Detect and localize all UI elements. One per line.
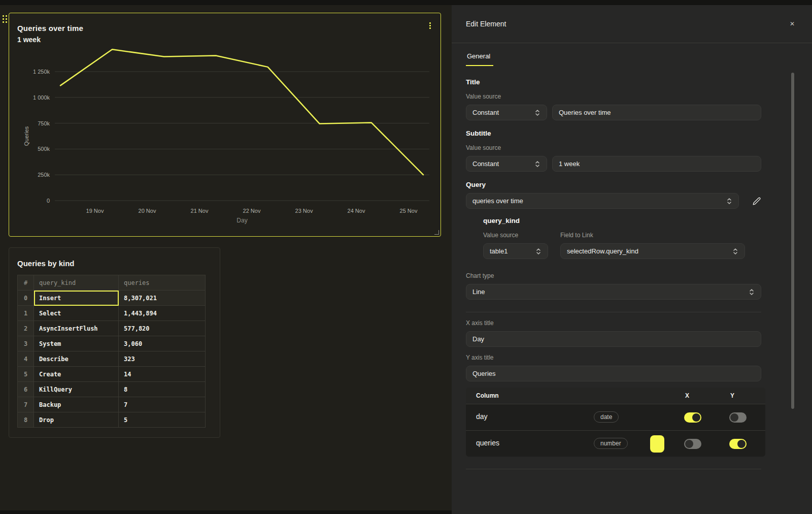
col-header-index: # (18, 275, 34, 291)
table-element[interactable]: Queries by kind # query_kind queries 0In… (9, 247, 220, 438)
svg-text:24 Nov: 24 Nov (348, 208, 365, 214)
queries-value-cell[interactable]: 8 (119, 382, 206, 397)
queries-value-cell[interactable]: 3,060 (119, 336, 206, 351)
table-header-row: # query_kind queries (18, 275, 206, 291)
svg-text:21 Nov: 21 Nov (191, 208, 209, 214)
field-to-link-select[interactable]: selectedRow.query_kind (560, 243, 745, 259)
svg-text:22 Nov: 22 Nov (243, 208, 261, 214)
chart-title: Queries over time (17, 24, 83, 33)
drag-handle-icon[interactable] (3, 15, 7, 23)
svg-text:23 Nov: 23 Nov (295, 208, 313, 214)
y-axis-title-input[interactable]: Queries (466, 366, 761, 381)
chevron-up-down-icon (732, 247, 738, 255)
series-color-swatch[interactable] (650, 435, 664, 453)
chevron-up-down-icon (534, 109, 540, 117)
dashboard-editor: Queries over time 1 week 1 250k1 000k750… (0, 0, 812, 514)
svg-text:Queries: Queries (23, 126, 29, 146)
svg-text:Day: Day (236, 217, 247, 224)
kebab-menu-icon[interactable] (426, 20, 433, 31)
subtitle-source-select[interactable]: Constant (466, 156, 547, 172)
edit-element-panel: Edit Element ✕ General Title Value sourc… (452, 5, 812, 514)
query-kind-cell[interactable]: Create (34, 367, 119, 382)
queries-value-cell[interactable]: 577,820 (119, 321, 206, 336)
row-index-cell: 3 (18, 336, 34, 351)
edit-query-pencil-icon[interactable] (752, 197, 761, 206)
toggle-knob (737, 440, 746, 448)
subtitle-value-input[interactable]: 1 week (552, 156, 761, 172)
chart-type-select[interactable]: Line (466, 284, 761, 300)
query-kind-subsection: query_kind Value source Field to Link ta… (483, 217, 761, 259)
chevron-up-down-icon (534, 160, 540, 168)
chart-subtitle: 1 week (17, 36, 41, 44)
query-kind-cell-selected[interactable]: Insert (34, 291, 119, 306)
query-kind-source-select[interactable]: table1 (483, 243, 548, 259)
column-header-label: Column (476, 392, 499, 399)
query-select[interactable]: queries over time (466, 193, 739, 209)
queries-value-cell[interactable]: 7 (119, 397, 206, 412)
resize-handle-icon[interactable] (434, 230, 439, 235)
column-name: day (476, 412, 488, 421)
column-config-row: queriesnumber (466, 430, 765, 457)
subtitle-section-heading: Subtitle (466, 130, 761, 137)
svg-text:500k: 500k (38, 146, 50, 152)
svg-text:750k: 750k (38, 120, 50, 126)
y-axis-toggle-off[interactable] (729, 412, 747, 423)
svg-text:25 Nov: 25 Nov (400, 208, 418, 214)
query-kind-cell[interactable]: Drop (34, 412, 119, 428)
chart-element-selected[interactable]: Queries over time 1 week 1 250k1 000k750… (9, 13, 441, 237)
svg-text:0: 0 (47, 198, 50, 204)
chevron-up-down-icon (726, 197, 732, 205)
col-header-queries: queries (119, 275, 206, 291)
toggle-knob (730, 413, 738, 422)
row-index-cell: 0 (18, 291, 34, 306)
svg-text:250k: 250k (38, 172, 50, 178)
y-axis-toggle-on[interactable] (729, 439, 747, 449)
x-axis-toggle-on[interactable] (684, 412, 701, 423)
svg-text:1 250k: 1 250k (33, 69, 50, 75)
queries-value-cell[interactable]: 14 (119, 367, 206, 382)
toggle-knob (692, 413, 700, 422)
window-top-strip (0, 0, 812, 5)
query-kind-cell[interactable]: Describe (34, 351, 119, 367)
title-source-select[interactable]: Constant (466, 105, 547, 120)
row-index-cell: 2 (18, 321, 34, 336)
column-name: queries (476, 439, 499, 447)
x-header-label: X (685, 392, 689, 399)
window-bottom-strip (0, 510, 452, 514)
query-kind-cell[interactable]: AsyncInsertFlush (34, 321, 119, 336)
query-kind-cell[interactable]: System (34, 336, 119, 351)
y-axis-title-label: Y axis title (466, 354, 761, 361)
table-row: 8Drop5 (18, 412, 206, 428)
query-kind-value-source-label: Value source (483, 232, 548, 239)
scrollbar[interactable] (791, 73, 794, 409)
row-index-cell: 5 (18, 367, 34, 382)
queries-value-cell[interactable]: 1,443,894 (119, 306, 206, 321)
tab-bar: General (452, 43, 812, 66)
query-kind-cell[interactable]: Backup (34, 397, 119, 412)
queries-value-cell[interactable]: 8,307,021 (119, 291, 206, 306)
edit-panel-header: Edit Element ✕ (452, 5, 812, 43)
row-index-cell: 6 (18, 382, 34, 397)
table-row: 1Select1,443,894 (18, 306, 206, 321)
query-kind-cell[interactable]: KillQuery (34, 382, 119, 397)
table-title: Queries by kind (17, 259, 75, 268)
tab-general[interactable]: General (466, 49, 493, 66)
queries-value-cell[interactable]: 5 (119, 412, 206, 428)
svg-text:20 Nov: 20 Nov (139, 208, 156, 214)
column-config-row: daydate (466, 404, 765, 430)
title-value-input[interactable]: Queries over time (552, 105, 761, 120)
chevron-up-down-icon (749, 288, 755, 296)
query-kind-cell[interactable]: Select (34, 306, 119, 321)
line-chart: 1 250k1 000k750k500k250k019 Nov20 Nov21 … (9, 46, 442, 235)
x-axis-title-input[interactable]: Day (466, 331, 761, 347)
queries-value-cell[interactable]: 323 (119, 351, 206, 367)
close-icon[interactable]: ✕ (788, 19, 797, 29)
x-axis-toggle-off[interactable] (684, 439, 701, 449)
row-index-cell: 4 (18, 351, 34, 367)
columns-config-table: Column X Y daydatequeriesnumber (466, 388, 765, 457)
subtitle-value-source-label: Value source (466, 144, 761, 151)
query-section-heading: Query (466, 181, 761, 188)
table-row: 7Backup7 (18, 397, 206, 412)
title-value-source-label: Value source (466, 93, 761, 100)
row-index-cell: 7 (18, 397, 34, 412)
